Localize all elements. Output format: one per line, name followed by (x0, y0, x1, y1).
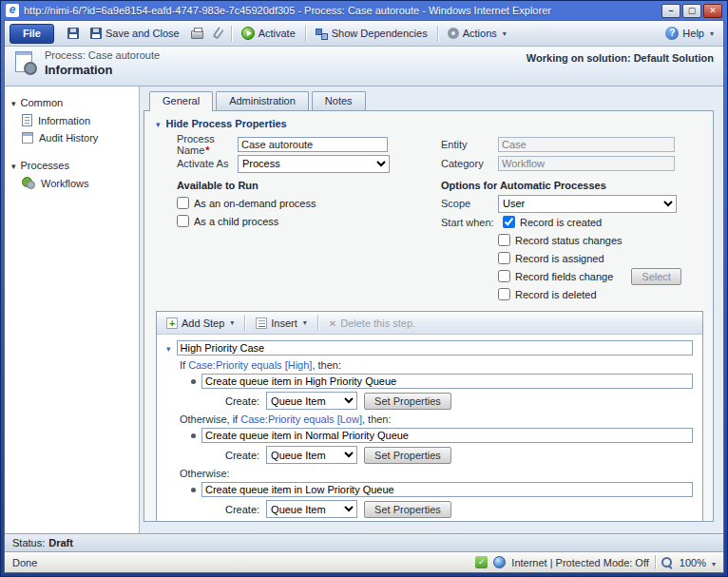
file-tab[interactable]: File (10, 24, 54, 44)
add-step-button[interactable]: Add Step (163, 316, 238, 331)
condition-prefix: Otherwise: (180, 468, 230, 479)
section-collapse-icon (156, 118, 161, 129)
tab-bar: General Administration Notes (140, 87, 723, 110)
browser-status-text: Done (12, 557, 37, 568)
step-title-input[interactable] (177, 340, 693, 356)
add-step-label: Add Step (182, 317, 224, 329)
close-button[interactable] (703, 4, 722, 18)
set-properties-button[interactable]: Set Properties (364, 447, 451, 464)
set-properties-button[interactable]: Set Properties (364, 501, 451, 518)
record-deleted-checkbox[interactable] (498, 288, 510, 300)
sidebar-group-processes[interactable]: Processes (5, 158, 139, 174)
show-dependencies-button[interactable]: Show Dependencies (311, 25, 432, 43)
activate-as-label: Activate As (177, 158, 238, 169)
workflow-branch: If Case:Priority equals [High], then: Cr… (166, 359, 693, 410)
start-when-label: Start when: (441, 217, 498, 228)
actions-label: Actions (463, 28, 497, 39)
create-label: Create: (225, 395, 259, 407)
create-label: Create: (225, 450, 259, 461)
collapse-triangle-icon (11, 160, 16, 171)
on-demand-checkbox[interactable] (177, 197, 189, 209)
attach-button[interactable] (210, 25, 226, 42)
sidebar-group-label: Common (21, 97, 64, 108)
set-properties-button[interactable]: Set Properties (364, 393, 451, 410)
dependencies-icon (316, 28, 328, 40)
show-dependencies-label: Show Dependencies (332, 28, 428, 39)
activate-button[interactable]: Activate (237, 24, 300, 43)
record-created-checkbox[interactable] (503, 216, 515, 228)
app-frame: File Save and Close Activate Show Depend… (4, 20, 724, 573)
zoom-level: 100% (680, 557, 706, 568)
sidebar-item-information[interactable]: Information (5, 111, 139, 129)
available-to-run-title: Available to Run (177, 173, 441, 194)
sidebar-item-workflows[interactable]: Workflows (5, 174, 139, 192)
step-description-input[interactable] (201, 482, 693, 497)
tab-notes[interactable]: Notes (312, 91, 366, 110)
condition-link[interactable]: Case:Priority equals [High] (188, 359, 312, 371)
zoom-icon (661, 556, 674, 568)
activate-label: Activate (259, 28, 296, 39)
record-deleted-label: Record is deleted (515, 289, 597, 300)
step-bullet-icon (191, 379, 196, 384)
workflow-branch: Otherwise, if Case:Priority equals [Low]… (166, 414, 693, 464)
collapse-triangle-icon (11, 97, 16, 108)
save-and-close-label: Save and Close (105, 28, 180, 39)
record-assigned-checkbox[interactable] (498, 252, 510, 264)
condition-suffix: , then: (362, 414, 392, 425)
toolbar-separator (305, 26, 306, 42)
workflow-branch: Otherwise: Create: Queue Item Set Proper… (166, 468, 693, 518)
condition-suffix: , then: (312, 359, 341, 371)
record-status-changes-checkbox[interactable] (498, 234, 510, 246)
step-canvas: If Case:Priority equals [High], then: Cr… (157, 335, 702, 522)
record-fields-change-checkbox[interactable] (498, 270, 510, 282)
branch-condition: If Case:Priority equals [High], then: (180, 359, 693, 373)
sidebar-nav: Common Information Audit History Process… (5, 87, 140, 533)
sidebar-group-common[interactable]: Common (5, 95, 139, 111)
tab-general[interactable]: General (149, 91, 213, 111)
create-entity-select[interactable]: Queue Item (266, 392, 357, 410)
statusbar-separator (655, 555, 656, 569)
hide-properties-toggle[interactable]: Hide Process Properties (144, 111, 713, 133)
help-button[interactable]: Help (661, 24, 718, 43)
zone-text: Internet | Protected Mode: Off (511, 557, 649, 568)
record-status-bar: Status: Draft (5, 533, 723, 551)
process-properties-form: Process Name* Activate As Process Availa… (144, 133, 713, 303)
insert-button[interactable]: Insert (252, 316, 311, 331)
section-toggle-label: Hide Process Properties (166, 118, 287, 129)
step-bullet-icon (191, 433, 196, 438)
help-icon (665, 27, 679, 40)
tab-administration[interactable]: Administration (216, 91, 309, 110)
audit-history-icon (22, 132, 33, 144)
page-header: Process: Case autoroute Information Work… (5, 47, 723, 87)
zoom-dropdown-arrow[interactable] (712, 557, 716, 568)
window-title: http://nimi-6/?id=6a9e8154-eafd-4747-983… (24, 5, 657, 16)
activate-icon (241, 27, 255, 40)
branch-condition: Otherwise: (180, 468, 693, 481)
sidebar-item-audit-history[interactable]: Audit History (5, 129, 139, 146)
save-and-close-button[interactable]: Save and Close (86, 25, 184, 42)
scope-select[interactable]: User (498, 195, 677, 213)
save-icon (67, 28, 79, 39)
minimize-button[interactable] (661, 4, 680, 18)
maximize-button[interactable] (682, 4, 701, 18)
process-name-input[interactable] (238, 137, 388, 152)
condition-link[interactable]: Case:Priority equals [Low] (240, 414, 362, 425)
step-description-input[interactable] (201, 374, 693, 389)
create-label: Create: (225, 504, 259, 515)
status-check-icon (475, 556, 488, 568)
paperclip-icon (212, 27, 224, 40)
save-button[interactable] (63, 25, 84, 42)
create-entity-select[interactable]: Queue Item (266, 446, 357, 464)
condition-prefix: Otherwise, if (180, 414, 240, 425)
automatic-options-title: Options for Automatic Processes (441, 173, 705, 194)
activate-as-select[interactable]: Process (238, 155, 390, 173)
step-description-input[interactable] (201, 428, 693, 443)
sidebar-item-label: Information (38, 115, 90, 126)
create-entity-select[interactable]: Queue Item (266, 500, 357, 518)
actions-button[interactable]: Actions (443, 25, 511, 42)
print-button[interactable] (186, 25, 208, 42)
print-icon (191, 30, 203, 39)
child-process-checkbox[interactable] (177, 215, 189, 227)
solution-label: Working on solution: Default Solution (527, 49, 714, 86)
ie-icon: e (6, 4, 19, 17)
